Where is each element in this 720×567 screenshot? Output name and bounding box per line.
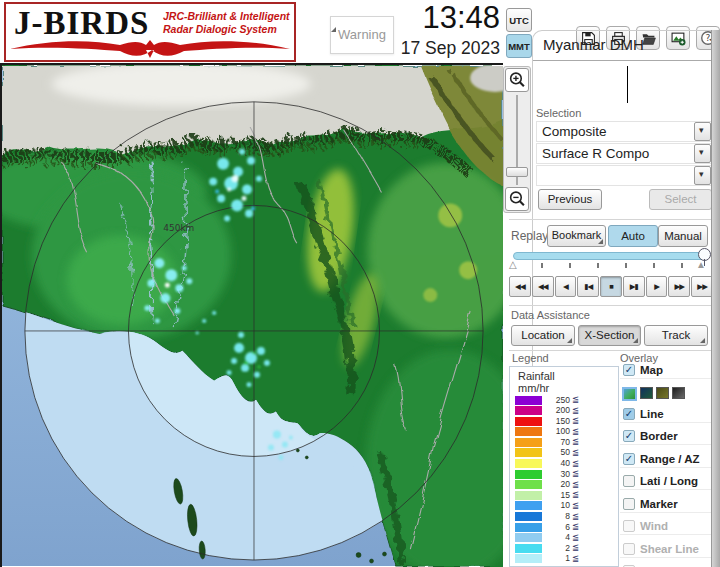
legend-rows: 250≦ 200≦ 150≦ 100≦ 70≦ 50≦ 40≦ 30≦ 20≦ … (510, 395, 618, 565)
overlay-item-map[interactable]: ✓ Map (620, 364, 712, 379)
bookmark-button[interactable]: Bookmark (547, 225, 606, 247)
line-checkbox[interactable]: ✓ (623, 408, 635, 420)
legend-swatch (515, 406, 542, 415)
add-image-icon (671, 31, 686, 46)
corner-arrow-icon (633, 338, 638, 343)
shear-line-checkbox (623, 543, 635, 555)
selection-dropdown-3[interactable] (536, 165, 712, 186)
overlay-item-lati-long[interactable]: Lati / Long (620, 475, 712, 490)
step-back-button[interactable]: ▮◀ (577, 276, 599, 297)
map-style-option-3[interactable] (656, 387, 669, 399)
legend-row: 100≦ (510, 427, 618, 438)
overlay-item-label: Lati / Long (640, 475, 698, 487)
replay-slider-track[interactable] (513, 252, 707, 260)
overlay-list: ✓ Map ✓ Line ✓ Border ✓ Range / AZ Lati … (620, 364, 712, 567)
utc-button[interactable]: UTC (506, 8, 532, 32)
lte-symbol: ≦ (572, 532, 579, 542)
overlay-item-wind: Wind (620, 520, 712, 535)
selection-dropdown-2[interactable]: Surface R Compo (536, 143, 712, 164)
marker-checkbox[interactable] (623, 498, 635, 510)
play-backward-button[interactable]: ◀ (555, 276, 577, 297)
location-button[interactable]: Location (511, 325, 575, 346)
overlay-item-label: Shear Line (640, 543, 699, 555)
fast-rewind-button[interactable]: ◀◀ (509, 276, 531, 297)
select-button[interactable]: Select (649, 189, 712, 210)
site-name: Myanmar DMH (543, 36, 644, 53)
add-image-button[interactable] (666, 26, 690, 50)
auto-button[interactable]: Auto (608, 225, 658, 247)
lte-symbol: ≦ (572, 436, 579, 446)
overlay-item-marker[interactable]: Marker (620, 498, 712, 513)
lte-symbol: ≦ (572, 521, 579, 531)
lte-symbol: ≦ (572, 458, 579, 468)
track-button[interactable]: Track (644, 325, 708, 346)
step-forward-button[interactable]: ▶▮ (623, 276, 645, 297)
corner-arrow-icon (598, 239, 603, 244)
panel-resize-strip[interactable] (711, 30, 720, 567)
map-checkbox[interactable]: ✓ (623, 364, 635, 376)
rewind-button[interactable]: ◀◀ (532, 276, 554, 297)
location-label: Location (521, 329, 564, 341)
selection-label: Selection (536, 107, 581, 119)
legend-value: 40 (544, 458, 570, 468)
mmt-button[interactable]: MMT (506, 34, 532, 58)
selection-dropdown-1[interactable]: Composite (536, 121, 712, 142)
legend-row: 10≦ (510, 501, 618, 512)
previous-button[interactable]: Previous (538, 189, 602, 210)
chevron-down-icon[interactable] (694, 166, 711, 185)
legend-value: 100 (544, 426, 570, 436)
replay-slider-thumb[interactable] (698, 248, 711, 261)
lati-long-checkbox[interactable] (623, 475, 635, 487)
fast-forward-button[interactable]: ▶▶ (668, 276, 690, 297)
data-assistance-label: Data Assistance (511, 309, 590, 321)
legend-row: 50≦ (510, 448, 618, 459)
stop-button[interactable]: ■ (600, 276, 622, 297)
map-style-option-2[interactable] (640, 387, 653, 399)
map-style-option-1[interactable] (622, 387, 637, 401)
legend-row: 20≦ (510, 480, 618, 491)
legend-value: 150 (544, 416, 570, 426)
overlay-item-border[interactable]: ✓ Border (620, 430, 712, 445)
overlay-item-line[interactable]: ✓ Line (620, 408, 712, 423)
chevron-down-icon[interactable] (694, 144, 711, 163)
lte-symbol: ≦ (572, 500, 579, 510)
legend-row: 6≦ (510, 522, 618, 533)
x-section-button[interactable]: X-Section (578, 325, 641, 346)
play-button[interactable]: ▶ (646, 276, 668, 297)
legend-row: 150≦ (510, 416, 618, 427)
logo-subtitle-1: JRC-Brilliant & Intelligent (163, 10, 290, 22)
warning-dropdown[interactable]: Warning (330, 16, 394, 54)
map-style-option-4[interactable] (672, 387, 685, 399)
chevron-down-icon[interactable] (694, 122, 711, 141)
legend-row: 4≦ (510, 533, 618, 544)
manual-button[interactable]: Manual (658, 225, 708, 247)
lte-symbol: ≦ (572, 405, 579, 415)
legend-value: 8 (544, 511, 570, 521)
skip-latest-button[interactable]: ▶▶ (691, 276, 713, 297)
legend-row: 70≦ (510, 437, 618, 448)
legend-value: 15 (544, 490, 570, 500)
jbirds-logo: J-BIRDS JRC-Brilliant & Intelligent Rada… (4, 2, 296, 62)
legend-swatch (515, 554, 542, 563)
track-label: Track (662, 329, 690, 341)
legend-row: 250≦ (510, 395, 618, 406)
legend-row: 15≦ (510, 490, 618, 501)
slider-tick (681, 263, 683, 268)
clock-time: 13:48 (392, 0, 500, 36)
legend-value: 10 (544, 500, 570, 510)
border-checkbox[interactable]: ✓ (623, 430, 635, 442)
lte-symbol: ≦ (572, 426, 579, 436)
legend-label: Legend (512, 352, 549, 364)
legend-value: 200 (544, 405, 570, 415)
zoom-in-button[interactable] (505, 68, 529, 92)
corner-arrow-icon (567, 338, 572, 343)
radar-map[interactable]: 450km (0, 63, 503, 567)
wind-checkbox (623, 520, 635, 532)
overlay-item-label: Wind (640, 520, 668, 532)
legend-value: 20 (544, 479, 570, 489)
range-az-checkbox[interactable]: ✓ (623, 453, 635, 465)
corner-arrow-icon (700, 338, 705, 343)
zoom-slider-thumb[interactable] (506, 167, 528, 177)
zoom-out-button[interactable] (505, 187, 529, 211)
overlay-item-range-az[interactable]: ✓ Range / AZ (620, 453, 712, 468)
